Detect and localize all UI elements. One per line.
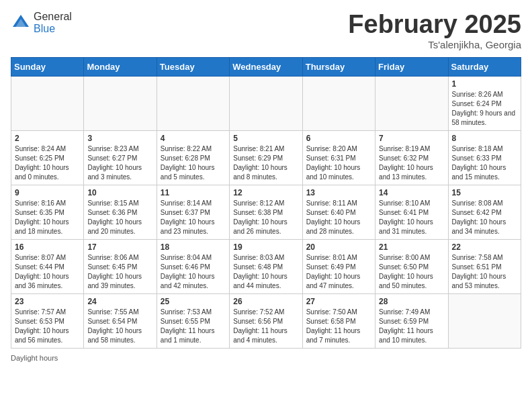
day-info: Sunrise: 7:53 AM Sunset: 6:55 PM Dayligh… bbox=[161, 308, 226, 345]
day-number: 5 bbox=[233, 134, 298, 143]
day-info: Sunrise: 8:08 AM Sunset: 6:42 PM Dayligh… bbox=[452, 199, 517, 236]
weekday-header: Sunday bbox=[11, 57, 84, 76]
calendar-day-cell bbox=[230, 76, 302, 130]
calendar-day-cell: 19Sunrise: 8:03 AM Sunset: 6:48 PM Dayli… bbox=[230, 239, 302, 293]
day-info: Sunrise: 8:19 AM Sunset: 6:32 PM Dayligh… bbox=[379, 144, 444, 182]
footer-note: Daylight hours bbox=[11, 354, 521, 362]
day-number: 26 bbox=[233, 297, 298, 306]
calendar-week-row: 16Sunrise: 8:07 AM Sunset: 6:44 PM Dayli… bbox=[11, 239, 521, 293]
day-number: 6 bbox=[306, 134, 371, 143]
day-info: Sunrise: 7:49 AM Sunset: 6:59 PM Dayligh… bbox=[379, 308, 444, 345]
logo-text: General Blue bbox=[34, 11, 72, 35]
calendar-day-cell: 23Sunrise: 7:57 AM Sunset: 6:53 PM Dayli… bbox=[11, 293, 84, 348]
day-info: Sunrise: 8:20 AM Sunset: 6:31 PM Dayligh… bbox=[306, 144, 371, 182]
day-info: Sunrise: 8:18 AM Sunset: 6:33 PM Dayligh… bbox=[452, 144, 517, 182]
calendar-day-cell: 9Sunrise: 8:16 AM Sunset: 6:35 PM Daylig… bbox=[11, 185, 84, 239]
day-info: Sunrise: 7:55 AM Sunset: 6:54 PM Dayligh… bbox=[87, 308, 152, 345]
day-info: Sunrise: 8:16 AM Sunset: 6:35 PM Dayligh… bbox=[15, 199, 80, 236]
weekday-header: Saturday bbox=[448, 57, 521, 76]
weekday-header: Wednesday bbox=[230, 57, 302, 76]
calendar-day-cell: 5Sunrise: 8:21 AM Sunset: 6:29 PM Daylig… bbox=[230, 130, 302, 185]
day-info: Sunrise: 8:00 AM Sunset: 6:50 PM Dayligh… bbox=[379, 253, 444, 291]
day-number: 19 bbox=[233, 242, 298, 252]
calendar-day-cell bbox=[157, 76, 229, 130]
day-info: Sunrise: 8:15 AM Sunset: 6:36 PM Dayligh… bbox=[87, 199, 152, 236]
day-number: 18 bbox=[161, 242, 226, 252]
day-info: Sunrise: 8:24 AM Sunset: 6:25 PM Dayligh… bbox=[15, 144, 80, 182]
day-info: Sunrise: 8:06 AM Sunset: 6:45 PM Dayligh… bbox=[87, 253, 152, 291]
calendar-day-cell: 4Sunrise: 8:22 AM Sunset: 6:28 PM Daylig… bbox=[157, 130, 229, 185]
calendar-day-cell: 25Sunrise: 7:53 AM Sunset: 6:55 PM Dayli… bbox=[157, 293, 229, 348]
day-info: Sunrise: 7:50 AM Sunset: 6:58 PM Dayligh… bbox=[306, 308, 371, 345]
day-number: 28 bbox=[379, 297, 444, 306]
calendar-day-cell: 16Sunrise: 8:07 AM Sunset: 6:44 PM Dayli… bbox=[11, 239, 84, 293]
calendar-day-cell: 20Sunrise: 8:01 AM Sunset: 6:49 PM Dayli… bbox=[302, 239, 375, 293]
calendar-day-cell bbox=[11, 76, 84, 130]
day-number: 21 bbox=[379, 242, 444, 252]
page-header: General Blue February 2025 Ts'alenjikha,… bbox=[11, 11, 521, 50]
calendar-day-cell bbox=[84, 76, 157, 130]
calendar-day-cell: 13Sunrise: 8:11 AM Sunset: 6:40 PM Dayli… bbox=[302, 185, 375, 239]
calendar-day-cell: 27Sunrise: 7:50 AM Sunset: 6:58 PM Dayli… bbox=[302, 293, 375, 348]
day-number: 13 bbox=[306, 188, 371, 197]
calendar-week-row: 9Sunrise: 8:16 AM Sunset: 6:35 PM Daylig… bbox=[11, 185, 521, 239]
calendar-day-cell: 10Sunrise: 8:15 AM Sunset: 6:36 PM Dayli… bbox=[84, 185, 157, 239]
calendar-table: SundayMondayTuesdayWednesdayThursdayFrid… bbox=[11, 57, 521, 349]
day-number: 23 bbox=[15, 297, 80, 306]
day-number: 1 bbox=[452, 79, 517, 89]
day-info: Sunrise: 7:52 AM Sunset: 6:56 PM Dayligh… bbox=[233, 308, 298, 345]
day-number: 3 bbox=[87, 134, 152, 143]
calendar-week-row: 1Sunrise: 8:26 AM Sunset: 6:24 PM Daylig… bbox=[11, 76, 521, 130]
day-number: 27 bbox=[306, 297, 371, 306]
calendar-day-cell bbox=[448, 293, 521, 348]
calendar-day-cell: 28Sunrise: 7:49 AM Sunset: 6:59 PM Dayli… bbox=[375, 293, 448, 348]
day-info: Sunrise: 8:01 AM Sunset: 6:49 PM Dayligh… bbox=[306, 253, 371, 291]
logo: General Blue bbox=[11, 11, 72, 35]
calendar-day-cell: 7Sunrise: 8:19 AM Sunset: 6:32 PM Daylig… bbox=[375, 130, 448, 185]
day-info: Sunrise: 8:11 AM Sunset: 6:40 PM Dayligh… bbox=[306, 199, 371, 236]
day-number: 25 bbox=[161, 297, 226, 306]
day-info: Sunrise: 8:14 AM Sunset: 6:37 PM Dayligh… bbox=[161, 199, 226, 236]
calendar-day-cell: 11Sunrise: 8:14 AM Sunset: 6:37 PM Dayli… bbox=[157, 185, 229, 239]
day-info: Sunrise: 8:23 AM Sunset: 6:27 PM Dayligh… bbox=[87, 144, 152, 182]
day-number: 8 bbox=[452, 134, 517, 143]
title-block: February 2025 Ts'alenjikha, Georgia bbox=[348, 11, 521, 50]
logo-blue-text: Blue bbox=[34, 23, 55, 34]
calendar-day-cell bbox=[302, 76, 375, 130]
day-number: 15 bbox=[452, 188, 517, 197]
day-number: 14 bbox=[379, 188, 444, 197]
calendar-day-cell: 8Sunrise: 8:18 AM Sunset: 6:33 PM Daylig… bbox=[448, 130, 521, 185]
calendar-day-cell: 6Sunrise: 8:20 AM Sunset: 6:31 PM Daylig… bbox=[302, 130, 375, 185]
calendar-day-cell bbox=[375, 76, 448, 130]
day-number: 10 bbox=[87, 188, 152, 197]
month-title: February 2025 bbox=[348, 11, 521, 39]
day-info: Sunrise: 8:03 AM Sunset: 6:48 PM Dayligh… bbox=[233, 253, 298, 291]
day-info: Sunrise: 8:12 AM Sunset: 6:38 PM Dayligh… bbox=[233, 199, 298, 236]
day-info: Sunrise: 7:57 AM Sunset: 6:53 PM Dayligh… bbox=[15, 308, 80, 345]
day-info: Sunrise: 8:04 AM Sunset: 6:46 PM Dayligh… bbox=[161, 253, 226, 291]
calendar-day-cell: 2Sunrise: 8:24 AM Sunset: 6:25 PM Daylig… bbox=[11, 130, 84, 185]
day-number: 20 bbox=[306, 242, 371, 252]
day-number: 4 bbox=[161, 134, 226, 143]
location-subtitle: Ts'alenjikha, Georgia bbox=[348, 39, 521, 50]
day-info: Sunrise: 8:22 AM Sunset: 6:28 PM Dayligh… bbox=[161, 144, 226, 182]
day-info: Sunrise: 8:07 AM Sunset: 6:44 PM Dayligh… bbox=[15, 253, 80, 291]
day-number: 16 bbox=[15, 242, 80, 252]
calendar-day-cell: 18Sunrise: 8:04 AM Sunset: 6:46 PM Dayli… bbox=[157, 239, 229, 293]
day-info: Sunrise: 8:26 AM Sunset: 6:24 PM Dayligh… bbox=[452, 90, 517, 128]
weekday-header-row: SundayMondayTuesdayWednesdayThursdayFrid… bbox=[11, 57, 521, 76]
calendar-week-row: 23Sunrise: 7:57 AM Sunset: 6:53 PM Dayli… bbox=[11, 293, 521, 348]
calendar-day-cell: 15Sunrise: 8:08 AM Sunset: 6:42 PM Dayli… bbox=[448, 185, 521, 239]
day-info: Sunrise: 8:21 AM Sunset: 6:29 PM Dayligh… bbox=[233, 144, 298, 182]
calendar-day-cell: 3Sunrise: 8:23 AM Sunset: 6:27 PM Daylig… bbox=[84, 130, 157, 185]
weekday-header: Tuesday bbox=[157, 57, 229, 76]
day-number: 12 bbox=[233, 188, 298, 197]
logo-general-text: General bbox=[34, 11, 72, 22]
logo-icon bbox=[11, 13, 31, 33]
weekday-header: Friday bbox=[375, 57, 448, 76]
calendar-day-cell: 14Sunrise: 8:10 AM Sunset: 6:41 PM Dayli… bbox=[375, 185, 448, 239]
day-number: 9 bbox=[15, 188, 80, 197]
weekday-header: Monday bbox=[84, 57, 157, 76]
calendar-day-cell: 26Sunrise: 7:52 AM Sunset: 6:56 PM Dayli… bbox=[230, 293, 302, 348]
calendar-day-cell: 17Sunrise: 8:06 AM Sunset: 6:45 PM Dayli… bbox=[84, 239, 157, 293]
